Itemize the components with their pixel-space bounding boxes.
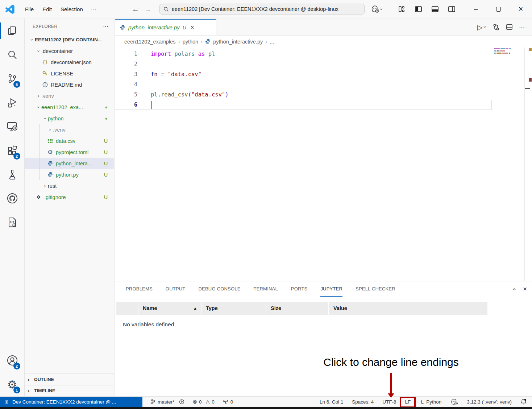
scrollbar[interactable] — [524, 47, 532, 281]
copilot-status[interactable] — [450, 398, 458, 405]
code-line-2[interactable]: 2 — [115, 59, 492, 69]
activity-testing[interactable] — [0, 162, 25, 186]
overview-cursor-marker — [525, 88, 530, 89]
variables-col-name[interactable]: Name ▲ — [138, 302, 201, 315]
breadcrumb-item[interactable]: eeen11202_examples — [124, 39, 176, 45]
activity-cpp-tools[interactable]: C+ — [0, 210, 25, 234]
activity-run-debug[interactable] — [0, 91, 25, 115]
file-tree: › EEEN11202 [DEV CONTAIN... › .devcontai… — [25, 34, 114, 373]
code-line-1[interactable]: 1import polars as pl — [115, 49, 492, 59]
command-center-search[interactable]: eeen11202 [Dev Container: EEEN1XXX2 devc… — [159, 4, 365, 15]
activity-source-control[interactable]: 5 — [0, 67, 25, 91]
menu-selection[interactable]: Selection — [56, 5, 87, 14]
tree-file-pyproject[interactable]: ⚙ pyproject.toml U — [25, 146, 114, 158]
outline-section[interactable]: › OUTLINE — [25, 374, 114, 385]
tree-file-gitignore[interactable]: .gitignore U — [25, 191, 114, 203]
folder-label: rust — [48, 183, 57, 189]
code-line-6[interactable]: 6 — [115, 100, 492, 110]
close-button[interactable]: × — [510, 0, 532, 18]
tab-python-interactive[interactable]: python_interactive.py U × — [115, 19, 216, 35]
timeline-section[interactable]: › TIMELINE — [25, 385, 114, 396]
tree-file-readme[interactable]: README.md — [25, 79, 114, 90]
code-line-5[interactable]: 5pl.read_csv("data.csv") — [115, 90, 492, 100]
open-changes-button[interactable] — [492, 24, 500, 31]
remote-indicator[interactable]: Dev Container: EEEN1XXX2 devcontainer @ … — [0, 397, 142, 407]
language-mode-status[interactable]: Python — [419, 399, 441, 405]
menu-edit[interactable]: Edit — [38, 5, 56, 14]
code-editor[interactable]: 1import polars as pl23fn = "data.csv"45p… — [115, 47, 532, 281]
minimap[interactable] — [492, 47, 524, 281]
settings-button[interactable]: ⚙ 1 — [0, 372, 25, 396]
python-interpreter-status[interactable]: 3.12.3 ('.venv': venv) — [467, 399, 512, 405]
variables-col-size[interactable]: Size — [266, 302, 328, 315]
panel-tab-spell-checker[interactable]: SPELL CHECKER — [356, 281, 395, 297]
panel-maximize-icon[interactable]: › — [510, 288, 518, 290]
tree-folder-python-venv[interactable]: › .venv — [25, 124, 114, 135]
run-python-file-button[interactable]: ▷ › — [477, 23, 486, 31]
breadcrumb-item[interactable]: python — [183, 39, 199, 45]
maximize-button[interactable] — [487, 0, 510, 18]
ports-count: 0 — [230, 399, 233, 405]
breadcrumb-item[interactable]: python_interactive.py — [213, 39, 263, 45]
panel-tab-terminal[interactable]: TERMINAL — [254, 281, 278, 297]
activity-remote-explorer[interactable] — [0, 115, 25, 139]
panel-tab-problems[interactable]: PROBLEMS — [126, 281, 153, 297]
menu-more-button[interactable]: ⋯ — [87, 4, 101, 14]
split-editor-button[interactable] — [506, 24, 512, 30]
tree-folder-rust[interactable]: › rust — [25, 180, 114, 191]
panel-tab-ports[interactable]: PORTS — [291, 281, 308, 297]
nav-back-icon[interactable]: ← — [132, 5, 139, 13]
tree-file-license[interactable]: LICENSE — [25, 68, 114, 79]
activity-search[interactable] — [0, 43, 25, 67]
eol-status[interactable]: LF — [405, 399, 411, 405]
panel-tab-output[interactable]: OUTPUT — [166, 281, 186, 297]
chevron-down-icon: › — [35, 48, 42, 54]
accounts-button[interactable]: 2 — [0, 348, 25, 372]
explorer-more-actions[interactable]: ⋯ — [103, 23, 109, 30]
tab-close-icon[interactable]: × — [191, 24, 194, 31]
cursor-position-status[interactable]: Ln 6, Col 1 — [320, 399, 343, 405]
panel-close-icon[interactable]: × — [523, 285, 527, 293]
tree-folder-venv[interactable]: › .venv — [25, 90, 114, 102]
panel-tab-jupyter[interactable]: JUPYTER — [320, 281, 342, 297]
tree-folder-python[interactable]: › python ● — [25, 113, 114, 124]
ports-status[interactable]: 0 — [223, 399, 233, 405]
error-count: 0 — [199, 399, 202, 405]
copilot-menu[interactable]: › — [370, 5, 382, 13]
title-bar: File Edit Selection ⋯ ← → eeen11202 [Dev… — [0, 0, 532, 18]
line-number: 3 — [115, 71, 137, 78]
breadcrumb-item[interactable]: ... — [270, 39, 274, 45]
toggle-primary-sidebar-icon[interactable] — [413, 4, 423, 14]
code-line-4[interactable]: 4 — [115, 79, 492, 90]
tree-file-devcontainer-json[interactable]: {} devcontainer.json — [25, 57, 114, 68]
activity-github[interactable] — [0, 186, 25, 210]
code-line-3[interactable]: 3fn = "data.csv" — [115, 69, 492, 79]
tree-file-python-py[interactable]: python.py U — [25, 169, 114, 180]
tree-root[interactable]: › EEEN11202 [DEV CONTAIN... — [25, 34, 114, 45]
nav-forward-icon[interactable]: → — [144, 5, 151, 13]
notifications-bell[interactable] — [520, 398, 527, 405]
breadcrumb: eeen11202_examples › python › python_int… — [115, 36, 532, 47]
activity-explorer[interactable] — [0, 19, 25, 43]
problems-status[interactable]: ⊗ 0 △ 0 — [193, 398, 215, 405]
encoding-status[interactable]: UTF-8 — [382, 399, 396, 405]
panel-tab-debug-console[interactable]: DEBUG CONSOLE — [199, 281, 241, 297]
tree-folder-examples[interactable]: › eeen11202_exa... ● — [25, 102, 114, 113]
branch-status[interactable]: master* — [150, 399, 185, 405]
variables-col-type[interactable]: Type — [201, 302, 266, 315]
toggle-panel-icon[interactable] — [430, 4, 440, 14]
customize-layout-icon[interactable] — [397, 4, 406, 14]
text-cursor — [151, 101, 151, 109]
editor-more-actions[interactable]: ⋯ — [519, 24, 525, 30]
activity-extensions[interactable]: 2 — [0, 139, 25, 162]
csv-file-icon — [47, 138, 53, 144]
root-folder-label: EEEN11202 [DEV CONTAIN... — [35, 37, 102, 42]
tree-file-python-interactive[interactable]: python_intera... U — [25, 158, 114, 169]
menu-file[interactable]: File — [21, 5, 38, 14]
minimize-button[interactable]: – — [465, 0, 487, 18]
tree-folder-devcontainer[interactable]: › .devcontainer — [25, 45, 114, 57]
indentation-status[interactable]: Spaces: 4 — [352, 399, 374, 405]
variables-col-value[interactable]: Value — [328, 302, 487, 315]
toggle-secondary-sidebar-icon[interactable] — [447, 4, 456, 14]
tree-file-data-csv[interactable]: data.csv U — [25, 135, 114, 146]
